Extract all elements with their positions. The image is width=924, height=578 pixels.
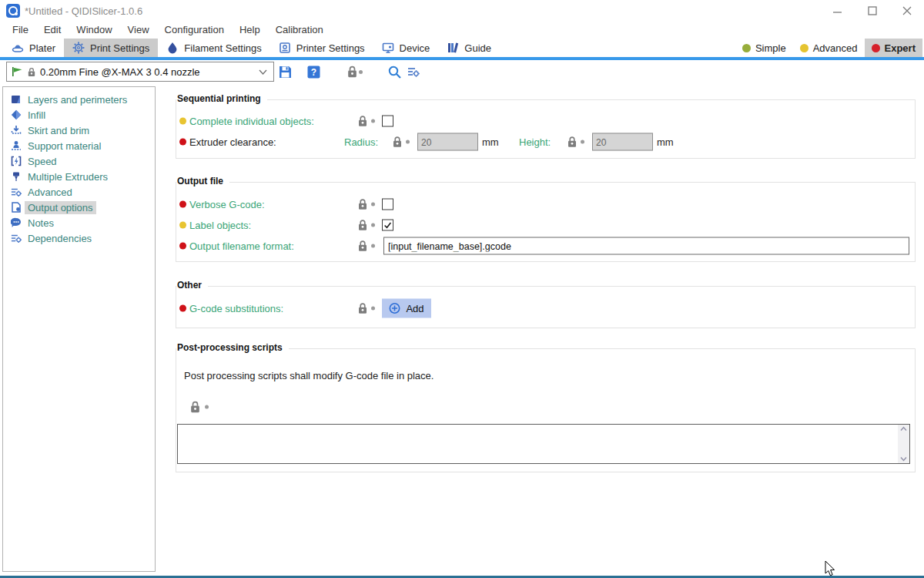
revert-dot-icon: [205, 405, 209, 409]
maximize-icon: [868, 6, 877, 15]
lock-icon[interactable]: [358, 303, 367, 314]
height-label: Height:: [519, 136, 551, 148]
section-output-file: Output file Verbose G-code: Label object…: [176, 182, 916, 262]
scroll-down-icon[interactable]: [900, 456, 907, 462]
sidebar-item-label: Dependencies: [28, 233, 92, 244]
sidebar-item-label: Advanced: [28, 187, 72, 198]
lock-icon[interactable]: [358, 199, 367, 210]
mode-expert[interactable]: Expert: [865, 39, 922, 57]
tab-label: Device: [400, 42, 430, 54]
guide-icon: [447, 42, 459, 54]
sidebar-item-notes[interactable]: Notes: [3, 215, 155, 230]
tab-guide[interactable]: Guide: [438, 39, 500, 57]
tab-label: Plater: [29, 42, 55, 54]
mode-label: Advanced: [813, 42, 858, 54]
menu-view[interactable]: View: [120, 22, 157, 39]
minimize-icon: [833, 6, 842, 15]
settings-list-icon: [407, 66, 420, 79]
sidebar-item-skirt-and-brim[interactable]: Skirt and brim: [3, 123, 155, 138]
tab-filament-settings[interactable]: Filament Settings: [158, 39, 270, 57]
option-row-verbose-gcode: Verbose G-code:: [176, 194, 915, 214]
mode-advanced[interactable]: Advanced: [793, 39, 865, 57]
lock-icon[interactable]: [190, 401, 200, 413]
revert-dot-icon: [371, 203, 375, 207]
lock-icon[interactable]: [358, 116, 367, 127]
option-row-gcode-substitutions: G-code substitutions: Add: [176, 298, 915, 318]
tab-plater[interactable]: Plater: [3, 39, 64, 57]
lock-icon[interactable]: [358, 240, 367, 252]
minimize-button[interactable]: [822, 0, 853, 22]
menu-file[interactable]: File: [5, 22, 36, 39]
output-filename-format-input[interactable]: [383, 237, 909, 255]
title-bar: *Untitled - QIDISlicer-1.0.6: [0, 0, 924, 22]
gear-icon: [72, 42, 85, 54]
compare-settings-button[interactable]: [404, 62, 423, 81]
sidebar-item-dependencies[interactable]: Dependencies: [3, 230, 155, 246]
complete-individual-objects-checkbox[interactable]: [382, 116, 393, 127]
revert-all-dot-icon: [359, 70, 363, 74]
lock-icon: [347, 66, 357, 78]
section-title: Output file: [176, 176, 229, 187]
lock-icon[interactable]: [567, 136, 577, 148]
layers-icon: [10, 93, 22, 106]
mode-switcher: Simple Advanced Expert: [735, 39, 924, 57]
speed-icon: [10, 155, 22, 167]
sidebar-item-output-options[interactable]: Output options: [3, 200, 155, 215]
option-label: Verbose G-code:: [189, 199, 265, 210]
lock-icon[interactable]: [393, 136, 402, 148]
sidebar-item-multiple-extruders[interactable]: Multiple Extruders: [3, 169, 155, 184]
sidebar-item-support-material[interactable]: Support material: [3, 138, 155, 153]
question-icon: ?: [306, 65, 321, 79]
mode-label: Simple: [755, 42, 786, 54]
dependencies-icon: [10, 232, 22, 244]
sidebar-item-label: Layers and perimeters: [28, 94, 127, 106]
close-button[interactable]: [892, 0, 922, 22]
height-input[interactable]: [592, 133, 653, 151]
menu-window[interactable]: Window: [69, 22, 119, 39]
printer-icon: [279, 42, 291, 54]
sidebar-item-speed[interactable]: Speed: [3, 153, 155, 169]
radius-label: Radius:: [344, 136, 378, 148]
preset-dropdown[interactable]: 0.20mm Fine @X-MAX 3 0.4 nozzle: [6, 62, 274, 82]
sidebar-item-infill[interactable]: Infill: [3, 107, 155, 123]
radius-input[interactable]: [417, 133, 478, 151]
save-icon: [278, 65, 293, 79]
post-processing-scripts-textarea[interactable]: [178, 425, 898, 463]
modified-bullet-icon: [179, 243, 186, 250]
tab-printer-settings[interactable]: Printer Settings: [270, 39, 373, 57]
lock-icon[interactable]: [358, 220, 367, 231]
option-row-output-filename-format: Output filename format:: [176, 236, 915, 256]
advanced-icon: [10, 186, 22, 198]
mode-label: Expert: [885, 42, 916, 54]
menu-configuration[interactable]: Configuration: [157, 22, 232, 39]
menu-help[interactable]: Help: [232, 22, 268, 39]
verbose-gcode-checkbox[interactable]: [382, 199, 393, 210]
sidebar-item-label: Support material: [28, 140, 101, 152]
tab-device[interactable]: Device: [373, 39, 439, 57]
sidebar-item-label: Output options: [25, 201, 96, 214]
option-row-complete-individual-objects: Complete individual objects:: [176, 111, 915, 131]
plus-circle-icon: [389, 303, 400, 314]
option-row-extruder-clearance: Extruder clearance: Radius: mm Height: m…: [176, 132, 915, 152]
textarea-scrollbar[interactable]: [898, 425, 909, 463]
mode-simple[interactable]: Simple: [735, 39, 793, 57]
sidebar-item-label: Infill: [28, 109, 45, 121]
menu-calibration[interactable]: Calibration: [268, 22, 331, 39]
option-label: Extruder clearance:: [189, 136, 276, 148]
revert-dot-icon: [371, 244, 375, 248]
label-objects-checkbox[interactable]: [382, 220, 393, 231]
sidebar-item-layers-and-perimeters[interactable]: Layers and perimeters: [3, 92, 155, 107]
scroll-up-icon[interactable]: [900, 426, 907, 432]
modified-bullet-icon: [179, 222, 186, 229]
search-button[interactable]: [385, 62, 403, 81]
revert-dot-icon: [581, 140, 584, 144]
section-sequential-printing: Sequential printing Complete individual …: [176, 99, 916, 159]
save-preset-button[interactable]: [276, 62, 294, 81]
extruders-icon: [10, 170, 22, 183]
menu-edit[interactable]: Edit: [36, 22, 69, 39]
maximize-button[interactable]: [857, 0, 888, 22]
help-button[interactable]: ?: [304, 62, 323, 81]
sidebar-item-advanced[interactable]: Advanced: [3, 184, 155, 200]
tab-print-settings[interactable]: Print Settings: [64, 39, 158, 57]
add-substitution-button[interactable]: Add: [382, 299, 431, 318]
